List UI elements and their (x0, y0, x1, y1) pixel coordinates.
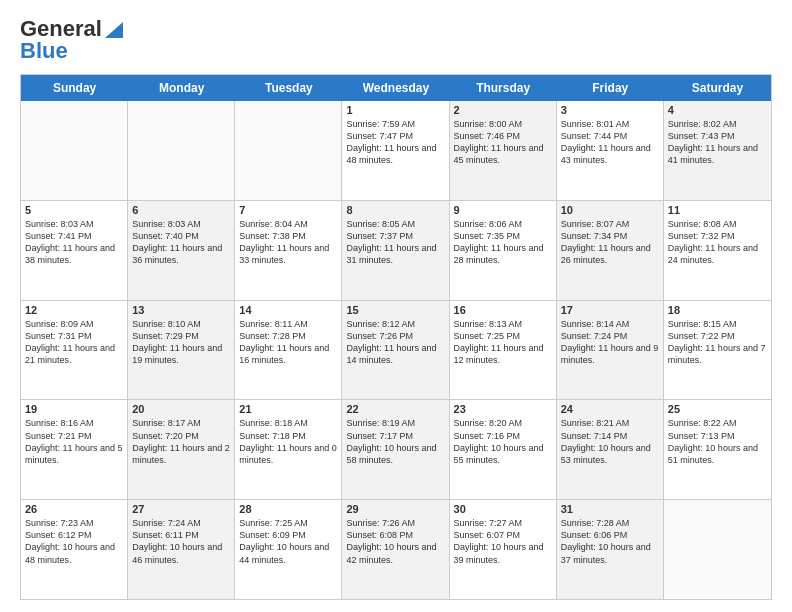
day-number: 20 (132, 403, 230, 415)
day-number: 7 (239, 204, 337, 216)
day-number: 22 (346, 403, 444, 415)
calendar-header: SundayMondayTuesdayWednesdayThursdayFrid… (21, 75, 771, 101)
day-number: 3 (561, 104, 659, 116)
col-header-tuesday: Tuesday (235, 75, 342, 101)
day-cell-21: 21Sunrise: 8:18 AM Sunset: 7:18 PM Dayli… (235, 400, 342, 499)
day-info: Sunrise: 8:08 AM Sunset: 7:32 PM Dayligh… (668, 218, 767, 267)
logo-triangle-icon (103, 20, 123, 38)
calendar-week-1: 1Sunrise: 7:59 AM Sunset: 7:47 PM Daylig… (21, 101, 771, 201)
day-cell-7: 7Sunrise: 8:04 AM Sunset: 7:38 PM Daylig… (235, 201, 342, 300)
empty-cell-0-1 (128, 101, 235, 200)
day-cell-15: 15Sunrise: 8:12 AM Sunset: 7:26 PM Dayli… (342, 301, 449, 400)
day-info: Sunrise: 8:12 AM Sunset: 7:26 PM Dayligh… (346, 318, 444, 367)
day-number: 1 (346, 104, 444, 116)
day-cell-25: 25Sunrise: 8:22 AM Sunset: 7:13 PM Dayli… (664, 400, 771, 499)
logo: General Blue (20, 16, 124, 64)
day-info: Sunrise: 8:01 AM Sunset: 7:44 PM Dayligh… (561, 118, 659, 167)
day-number: 5 (25, 204, 123, 216)
day-number: 28 (239, 503, 337, 515)
day-number: 26 (25, 503, 123, 515)
day-number: 19 (25, 403, 123, 415)
day-info: Sunrise: 8:20 AM Sunset: 7:16 PM Dayligh… (454, 417, 552, 466)
page: General Blue SundayMondayTuesdayWednesda… (0, 0, 792, 612)
day-number: 2 (454, 104, 552, 116)
day-cell-22: 22Sunrise: 8:19 AM Sunset: 7:17 PM Dayli… (342, 400, 449, 499)
day-cell-20: 20Sunrise: 8:17 AM Sunset: 7:20 PM Dayli… (128, 400, 235, 499)
day-number: 6 (132, 204, 230, 216)
day-cell-23: 23Sunrise: 8:20 AM Sunset: 7:16 PM Dayli… (450, 400, 557, 499)
day-number: 30 (454, 503, 552, 515)
col-header-thursday: Thursday (450, 75, 557, 101)
day-cell-2: 2Sunrise: 8:00 AM Sunset: 7:46 PM Daylig… (450, 101, 557, 200)
day-cell-27: 27Sunrise: 7:24 AM Sunset: 6:11 PM Dayli… (128, 500, 235, 599)
day-number: 24 (561, 403, 659, 415)
calendar-week-5: 26Sunrise: 7:23 AM Sunset: 6:12 PM Dayli… (21, 500, 771, 599)
day-cell-26: 26Sunrise: 7:23 AM Sunset: 6:12 PM Dayli… (21, 500, 128, 599)
day-info: Sunrise: 7:26 AM Sunset: 6:08 PM Dayligh… (346, 517, 444, 566)
day-cell-19: 19Sunrise: 8:16 AM Sunset: 7:21 PM Dayli… (21, 400, 128, 499)
day-cell-28: 28Sunrise: 7:25 AM Sunset: 6:09 PM Dayli… (235, 500, 342, 599)
calendar-week-2: 5Sunrise: 8:03 AM Sunset: 7:41 PM Daylig… (21, 201, 771, 301)
day-cell-10: 10Sunrise: 8:07 AM Sunset: 7:34 PM Dayli… (557, 201, 664, 300)
col-header-sunday: Sunday (21, 75, 128, 101)
day-info: Sunrise: 8:17 AM Sunset: 7:20 PM Dayligh… (132, 417, 230, 466)
day-number: 31 (561, 503, 659, 515)
day-info: Sunrise: 8:06 AM Sunset: 7:35 PM Dayligh… (454, 218, 552, 267)
day-cell-24: 24Sunrise: 8:21 AM Sunset: 7:14 PM Dayli… (557, 400, 664, 499)
day-number: 13 (132, 304, 230, 316)
day-cell-11: 11Sunrise: 8:08 AM Sunset: 7:32 PM Dayli… (664, 201, 771, 300)
day-cell-30: 30Sunrise: 7:27 AM Sunset: 6:07 PM Dayli… (450, 500, 557, 599)
day-number: 4 (668, 104, 767, 116)
calendar: SundayMondayTuesdayWednesdayThursdayFrid… (20, 74, 772, 600)
day-info: Sunrise: 8:22 AM Sunset: 7:13 PM Dayligh… (668, 417, 767, 466)
day-info: Sunrise: 8:11 AM Sunset: 7:28 PM Dayligh… (239, 318, 337, 367)
day-info: Sunrise: 7:24 AM Sunset: 6:11 PM Dayligh… (132, 517, 230, 566)
day-info: Sunrise: 8:14 AM Sunset: 7:24 PM Dayligh… (561, 318, 659, 367)
day-number: 12 (25, 304, 123, 316)
day-number: 25 (668, 403, 767, 415)
header: General Blue (20, 16, 772, 64)
day-info: Sunrise: 8:21 AM Sunset: 7:14 PM Dayligh… (561, 417, 659, 466)
day-info: Sunrise: 8:09 AM Sunset: 7:31 PM Dayligh… (25, 318, 123, 367)
day-info: Sunrise: 8:13 AM Sunset: 7:25 PM Dayligh… (454, 318, 552, 367)
logo-blue-text: Blue (20, 38, 68, 64)
day-info: Sunrise: 8:19 AM Sunset: 7:17 PM Dayligh… (346, 417, 444, 466)
col-header-monday: Monday (128, 75, 235, 101)
day-cell-3: 3Sunrise: 8:01 AM Sunset: 7:44 PM Daylig… (557, 101, 664, 200)
day-number: 14 (239, 304, 337, 316)
day-info: Sunrise: 8:18 AM Sunset: 7:18 PM Dayligh… (239, 417, 337, 466)
day-info: Sunrise: 8:03 AM Sunset: 7:41 PM Dayligh… (25, 218, 123, 267)
calendar-body: 1Sunrise: 7:59 AM Sunset: 7:47 PM Daylig… (21, 101, 771, 599)
col-header-saturday: Saturday (664, 75, 771, 101)
calendar-week-3: 12Sunrise: 8:09 AM Sunset: 7:31 PM Dayli… (21, 301, 771, 401)
day-number: 15 (346, 304, 444, 316)
day-cell-6: 6Sunrise: 8:03 AM Sunset: 7:40 PM Daylig… (128, 201, 235, 300)
day-info: Sunrise: 8:03 AM Sunset: 7:40 PM Dayligh… (132, 218, 230, 267)
day-number: 11 (668, 204, 767, 216)
day-number: 16 (454, 304, 552, 316)
svg-marker-0 (105, 22, 123, 38)
day-number: 23 (454, 403, 552, 415)
day-cell-29: 29Sunrise: 7:26 AM Sunset: 6:08 PM Dayli… (342, 500, 449, 599)
empty-cell-0-0 (21, 101, 128, 200)
day-cell-12: 12Sunrise: 8:09 AM Sunset: 7:31 PM Dayli… (21, 301, 128, 400)
day-info: Sunrise: 8:00 AM Sunset: 7:46 PM Dayligh… (454, 118, 552, 167)
day-cell-14: 14Sunrise: 8:11 AM Sunset: 7:28 PM Dayli… (235, 301, 342, 400)
day-info: Sunrise: 8:02 AM Sunset: 7:43 PM Dayligh… (668, 118, 767, 167)
day-cell-31: 31Sunrise: 7:28 AM Sunset: 6:06 PM Dayli… (557, 500, 664, 599)
day-number: 9 (454, 204, 552, 216)
day-info: Sunrise: 7:25 AM Sunset: 6:09 PM Dayligh… (239, 517, 337, 566)
day-cell-18: 18Sunrise: 8:15 AM Sunset: 7:22 PM Dayli… (664, 301, 771, 400)
day-info: Sunrise: 8:04 AM Sunset: 7:38 PM Dayligh… (239, 218, 337, 267)
day-cell-13: 13Sunrise: 8:10 AM Sunset: 7:29 PM Dayli… (128, 301, 235, 400)
day-info: Sunrise: 7:28 AM Sunset: 6:06 PM Dayligh… (561, 517, 659, 566)
day-cell-4: 4Sunrise: 8:02 AM Sunset: 7:43 PM Daylig… (664, 101, 771, 200)
day-number: 10 (561, 204, 659, 216)
day-info: Sunrise: 7:59 AM Sunset: 7:47 PM Dayligh… (346, 118, 444, 167)
day-info: Sunrise: 7:27 AM Sunset: 6:07 PM Dayligh… (454, 517, 552, 566)
col-header-wednesday: Wednesday (342, 75, 449, 101)
day-info: Sunrise: 8:16 AM Sunset: 7:21 PM Dayligh… (25, 417, 123, 466)
day-info: Sunrise: 8:07 AM Sunset: 7:34 PM Dayligh… (561, 218, 659, 267)
day-number: 21 (239, 403, 337, 415)
calendar-week-4: 19Sunrise: 8:16 AM Sunset: 7:21 PM Dayli… (21, 400, 771, 500)
